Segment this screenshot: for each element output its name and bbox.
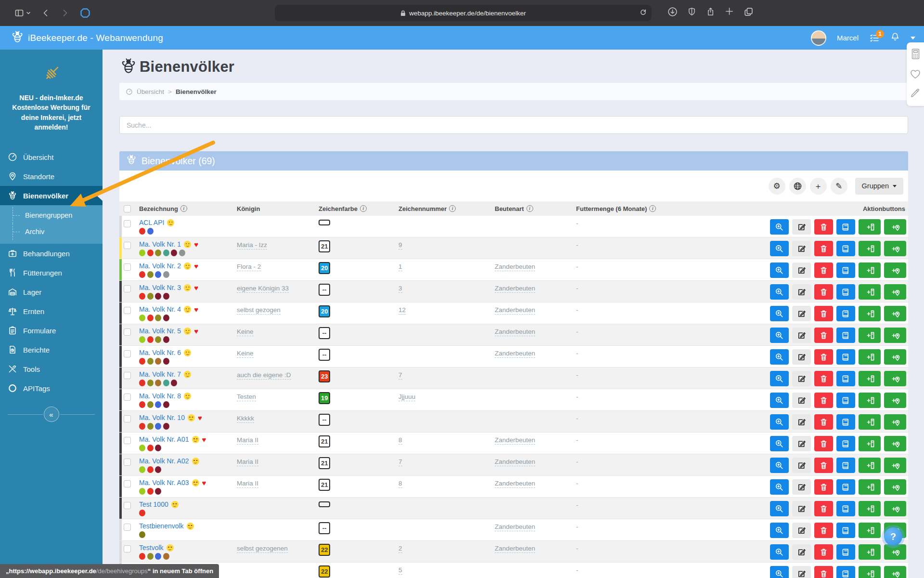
- extension-octagon-icon[interactable]: [80, 8, 90, 18]
- colony-name-link[interactable]: Ma. Volk Nr. 1: [139, 240, 181, 248]
- colony-name-link[interactable]: Ma. Volk Nr. A01: [139, 435, 189, 443]
- journal-button[interactable]: [836, 263, 855, 278]
- journal-button[interactable]: [836, 219, 855, 235]
- sidebar-item-bienenv-lker[interactable]: Bienenvölker: [0, 186, 103, 205]
- colony-name-link[interactable]: ACL API: [139, 219, 164, 226]
- sidebar-item-berichte[interactable]: Berichte: [0, 340, 103, 359]
- view-button[interactable]: [770, 501, 789, 516]
- journal-button[interactable]: [836, 393, 855, 408]
- hive-type-link[interactable]: Zanderbeuten: [495, 458, 535, 466]
- row-checkbox[interactable]: [124, 524, 131, 531]
- add-location-button[interactable]: [884, 566, 906, 578]
- browser-forward-button[interactable]: [61, 9, 69, 17]
- add-journal-button[interactable]: [859, 458, 881, 473]
- sidebar-subitem-archiv[interactable]: Archiv: [0, 223, 103, 240]
- view-button[interactable]: [770, 371, 789, 386]
- hive-type-link[interactable]: Zanderbeuten: [495, 350, 535, 358]
- view-button[interactable]: [770, 436, 789, 451]
- view-button[interactable]: [770, 393, 789, 408]
- edit-button[interactable]: [792, 371, 811, 386]
- column-koenigin[interactable]: Königin: [237, 205, 260, 212]
- mark-number-link[interactable]: 8: [398, 480, 402, 488]
- add-location-button[interactable]: [884, 241, 906, 256]
- add-journal-button[interactable]: [859, 241, 881, 256]
- tabs-overview-icon[interactable]: [744, 7, 754, 19]
- view-button[interactable]: [770, 544, 789, 560]
- add-location-button[interactable]: [884, 284, 906, 300]
- hive-type-link[interactable]: Zanderbeuten: [495, 263, 535, 271]
- sidebar-item--bersicht[interactable]: Übersicht: [0, 147, 103, 167]
- heart-icon[interactable]: [910, 68, 921, 81]
- hive-type-link[interactable]: Zanderbeuten: [495, 436, 535, 445]
- add-journal-button[interactable]: [859, 501, 881, 516]
- edit-button[interactable]: [792, 349, 811, 365]
- edit-button[interactable]: [792, 393, 811, 408]
- colony-name-link[interactable]: Testbienenvolk: [139, 522, 184, 530]
- row-checkbox[interactable]: [124, 372, 131, 379]
- row-checkbox[interactable]: [124, 459, 131, 466]
- column-zeichennummer[interactable]: Zeichennummer: [398, 205, 447, 212]
- delete-button[interactable]: [814, 371, 833, 386]
- add-location-button[interactable]: [884, 306, 906, 321]
- add-journal-button[interactable]: [859, 349, 881, 365]
- journal-button[interactable]: [836, 284, 855, 300]
- info-icon[interactable]: i: [649, 205, 656, 212]
- add-journal-button[interactable]: [859, 306, 881, 321]
- delete-button[interactable]: [814, 414, 833, 430]
- delete-button[interactable]: [814, 523, 833, 538]
- delete-button[interactable]: [814, 501, 833, 516]
- sidebar-item-behandlungen[interactable]: Behandlungen: [0, 244, 103, 263]
- colony-name-link[interactable]: Testvolk: [139, 544, 164, 552]
- edit-button[interactable]: [792, 458, 811, 473]
- hive-type-link[interactable]: Zanderbeuten: [495, 285, 535, 293]
- journal-button[interactable]: [836, 523, 855, 538]
- queen-link[interactable]: eigene Königin 33: [237, 285, 289, 293]
- delete-button[interactable]: [814, 328, 833, 343]
- colony-name-link[interactable]: Ma. Volk Nr. 6: [139, 349, 181, 356]
- add-location-button[interactable]: [884, 458, 906, 473]
- journal-button[interactable]: [836, 544, 855, 560]
- search-input[interactable]: [119, 116, 908, 134]
- tasks-icon[interactable]: 1: [869, 33, 880, 43]
- view-button[interactable]: [770, 566, 789, 578]
- add-journal-button[interactable]: [859, 436, 881, 451]
- journal-button[interactable]: [836, 479, 855, 495]
- colony-name-link[interactable]: Ma. Volk Nr. 3: [139, 284, 181, 291]
- browser-sidebar-toggle[interactable]: [14, 8, 31, 18]
- hive-type-link[interactable]: Zanderbeuten: [495, 480, 535, 488]
- mark-number-link[interactable]: 1: [398, 263, 402, 271]
- queen-link[interactable]: Maria II: [237, 436, 258, 445]
- queen-link[interactable]: Keine: [237, 328, 254, 336]
- queen-link[interactable]: Maria II: [237, 458, 258, 466]
- mark-number-link[interactable]: 9: [398, 241, 402, 250]
- delete-button[interactable]: [814, 393, 833, 408]
- add-location-button[interactable]: [884, 328, 906, 343]
- queen-link[interactable]: Keine: [237, 350, 254, 358]
- view-button[interactable]: [770, 349, 789, 365]
- row-checkbox[interactable]: [124, 328, 131, 336]
- groups-dropdown-button[interactable]: Gruppen: [855, 178, 903, 195]
- view-button[interactable]: [770, 458, 789, 473]
- row-checkbox[interactable]: [124, 350, 131, 357]
- bell-icon[interactable]: [890, 32, 900, 44]
- colony-name-link[interactable]: Test 1000: [139, 500, 168, 508]
- view-button[interactable]: [770, 263, 789, 278]
- delete-button[interactable]: [814, 219, 833, 235]
- view-button[interactable]: [770, 479, 789, 495]
- edit-button[interactable]: [792, 219, 811, 235]
- add-journal-button[interactable]: [859, 523, 881, 538]
- column-futtermenge[interactable]: Futtermenge (6 Monate): [576, 205, 647, 212]
- edit-button[interactable]: [792, 414, 811, 430]
- colony-name-link[interactable]: Ma. Volk Nr. 4: [139, 305, 181, 313]
- new-tab-icon[interactable]: [725, 7, 734, 19]
- journal-button[interactable]: [836, 371, 855, 386]
- sidebar-item-lager[interactable]: Lager: [0, 282, 103, 302]
- mark-number-link[interactable]: 7: [398, 371, 402, 380]
- colony-name-link[interactable]: Ma. Volk Nr. 10: [139, 414, 185, 421]
- add-journal-button[interactable]: [859, 219, 881, 235]
- delete-button[interactable]: [814, 263, 833, 278]
- mark-number-link[interactable]: 7: [398, 458, 402, 466]
- queen-link[interactable]: Maria II: [237, 480, 258, 488]
- journal-button[interactable]: [836, 328, 855, 343]
- journal-button[interactable]: [836, 414, 855, 430]
